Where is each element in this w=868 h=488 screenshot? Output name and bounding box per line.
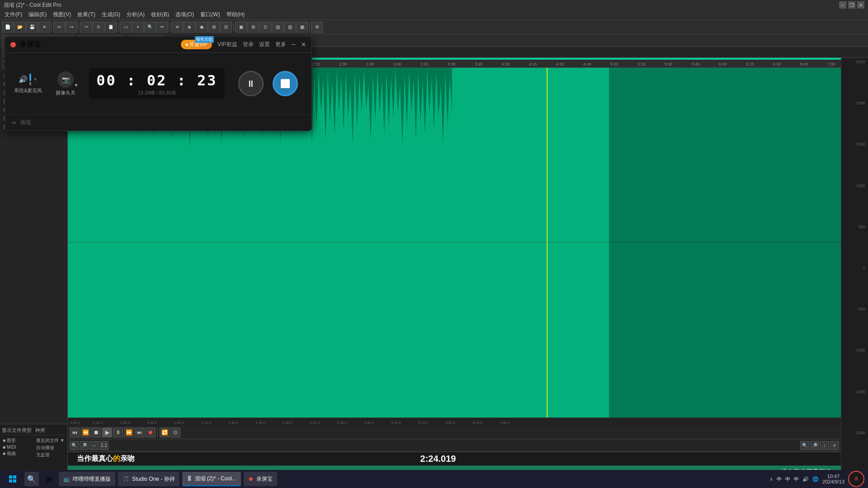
camera-control[interactable]: 📷 ▼ 摄像头关	[56, 71, 75, 96]
recorder-label-taskbar: 录屏宝	[256, 475, 273, 483]
transport-play[interactable]: ▶	[102, 427, 112, 437]
nav-settings[interactable]: 设置	[259, 41, 270, 48]
pause-icon: ⏸	[246, 79, 255, 89]
taskbar-app-bilibili[interactable]: 📺 哔哩哔哩直播版	[59, 472, 115, 486]
zoom-out[interactable]: 🔎	[80, 441, 89, 450]
minimize-button[interactable]: ─	[839, 1, 846, 9]
zoom-fit[interactable]: ↔	[90, 441, 99, 450]
menu-window[interactable]: 窗口(W)	[198, 10, 222, 19]
tb-view1[interactable]: ▣	[235, 22, 247, 33]
vip-button[interactable]: ♥ 开通VIP 每年大促	[181, 40, 212, 49]
recorder-minimize[interactable]: ─	[292, 41, 296, 48]
svg-rect-56	[9, 475, 12, 479]
tb-zoom[interactable]: 🔍	[144, 22, 156, 33]
transport-pause[interactable]: ⏸	[113, 427, 123, 437]
tb-new[interactable]: 📄	[2, 22, 14, 33]
tb-save[interactable]: 💾	[26, 22, 38, 33]
taskbar-app-studio[interactable]: 🎵 Studio One - 孙持	[118, 472, 179, 486]
stop-button[interactable]	[273, 71, 298, 96]
zoom-vert-real[interactable]: ≡	[830, 441, 839, 450]
restore-button[interactable]: ❐	[848, 1, 855, 9]
tb-mix[interactable]: ≋	[171, 22, 183, 33]
tb-redo[interactable]: ↪	[66, 22, 77, 33]
tb-copy[interactable]: ⎘	[93, 22, 104, 33]
zoom-real[interactable]: 1:1	[99, 441, 108, 450]
tb-cut[interactable]: ✂	[80, 22, 92, 33]
chevron-down-icon: ▼	[33, 77, 38, 82]
transport-record[interactable]: ⏺	[146, 427, 156, 437]
tb-settings[interactable]: ⚙	[311, 22, 323, 33]
volume-taskbar-icon[interactable]: 🔊	[802, 476, 809, 482]
tb-view5[interactable]: ▥	[284, 22, 296, 33]
tb-view3[interactable]: ⊡	[259, 22, 271, 33]
transport-stop[interactable]: ⏹	[91, 427, 101, 437]
svg-text:1:15.0: 1:15.0	[201, 421, 212, 425]
lyric-line1: 当作最真心的亲吻	[77, 454, 135, 464]
tb-fx1[interactable]: ◈	[184, 22, 195, 33]
tb-view6[interactable]: ▦	[296, 22, 308, 33]
zoom-vert-fit[interactable]: ↕	[820, 441, 829, 450]
transport-fastfwd[interactable]: ⏩	[124, 427, 134, 437]
recorder-close[interactable]: ✕	[301, 41, 306, 48]
menu-effects[interactable]: 效果(T)	[75, 10, 98, 19]
db-mark-8: -1000	[842, 348, 867, 352]
file-type-midi[interactable]: ■ MIDI	[2, 444, 33, 450]
tb-fx4[interactable]: ⊟	[220, 22, 232, 33]
start-button[interactable]	[4, 472, 22, 486]
taskbar-search[interactable]: 🔍	[24, 472, 39, 486]
menu-file[interactable]: 文件(F)	[2, 10, 25, 19]
close-button[interactable]: ✕	[857, 1, 864, 9]
tb-select[interactable]: ▭	[120, 22, 132, 33]
zoom-vert-out[interactable]: 🔎	[810, 441, 819, 450]
zoom-vert-in[interactable]: 🔍	[800, 441, 809, 450]
sep6	[309, 23, 310, 32]
toolbar-main: 📄 📂 💾 ✕ ↩ ↪ ✂ ⎘ 📋 ▭ ⌖ 🔍 ✏ ≋ ◈ ◉ ⊞ ⊟ ▣ ⊞ …	[0, 20, 868, 34]
zoom-in[interactable]: 🔍	[70, 441, 79, 450]
clock[interactable]: 10:47 2024/9/13	[822, 474, 844, 484]
file-type-img[interactable]: ■ 图形	[2, 437, 33, 444]
tb-paste[interactable]: 📋	[105, 22, 117, 33]
menu-generate[interactable]: 生成(G)	[99, 10, 123, 19]
tb-close[interactable]: ✕	[38, 22, 50, 33]
tb-open[interactable]: 📂	[14, 22, 26, 33]
tb-undo[interactable]: ↩	[53, 22, 65, 33]
file-type-video[interactable]: ■ 视频	[2, 450, 33, 457]
cool-edit-label: 混缩 (2)* - Cool...	[195, 475, 236, 483]
svg-text:3:00.0: 3:00.0	[391, 421, 401, 425]
task-view-button[interactable]: ⊞	[42, 472, 56, 486]
tb-pencil[interactable]: ✏	[156, 22, 168, 33]
file-cat-nomonitor[interactable]: 无监督	[35, 451, 66, 459]
transport-goto-end[interactable]: ⏭	[135, 427, 145, 437]
menu-options[interactable]: 选项(O)	[173, 10, 197, 19]
nav-login[interactable]: 登录	[243, 41, 254, 48]
taskbar-app-recorder[interactable]: ⏺ 录屏宝	[244, 472, 277, 486]
nav-more[interactable]: 更多	[275, 41, 286, 48]
tb-view2[interactable]: ⊞	[247, 22, 259, 33]
menu-help[interactable]: 帮助(H)	[224, 10, 248, 19]
tb-view4[interactable]: ▤	[272, 22, 283, 33]
tb-fx2[interactable]: ◉	[196, 22, 208, 33]
menu-analyze[interactable]: 分析(A)	[124, 10, 147, 19]
menu-edit[interactable]: 编辑(E)	[26, 10, 49, 19]
file-cat-recent[interactable]: 最近的文件 ▼	[35, 437, 66, 444]
pause-button[interactable]: ⏸	[238, 71, 264, 96]
transport-rewind[interactable]: ⏪	[80, 427, 90, 437]
svg-text:2:15.0: 2:15.0	[310, 421, 320, 425]
db-scale: 2500 2000 1500 1000 500 0 -500 -1000 -15…	[842, 59, 867, 477]
nav-vip-benefits[interactable]: VIP权益	[217, 41, 237, 48]
transport-loop[interactable]: 🔁	[160, 427, 170, 437]
tb-fx3[interactable]: ⊞	[208, 22, 220, 33]
studio-label: Studio One - 孙持	[132, 475, 175, 483]
taskbar-app-cool-edit[interactable]: 🎛 混缩 (2)* - Cool...	[182, 472, 241, 486]
transport-goto-start[interactable]: ⏮	[70, 427, 80, 437]
rec-control-buttons: ⏸	[238, 71, 298, 96]
stop-icon	[281, 79, 290, 88]
db-mark-2: 2000	[842, 101, 867, 105]
db-mark-9: -1500	[842, 389, 867, 394]
tb-lasso[interactable]: ⌖	[132, 22, 144, 33]
transport-bounce[interactable]: ⊙	[170, 427, 180, 437]
menu-view[interactable]: 视图(V)	[50, 10, 74, 19]
file-cat-auto[interactable]: 自动播放	[35, 444, 66, 451]
volume-control[interactable]: 🔊 ▼ 系统&麦克风	[14, 74, 42, 94]
menu-favorites[interactable]: 收好(B)	[148, 10, 172, 19]
